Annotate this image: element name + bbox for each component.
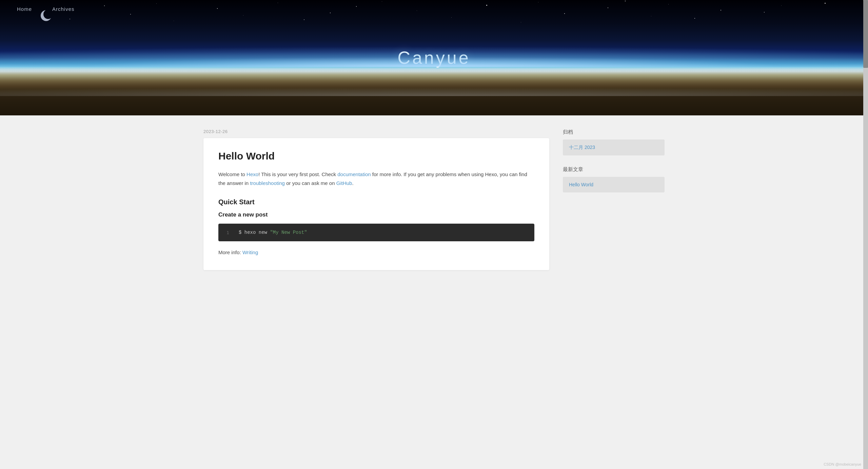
more-info: More info: Writing: [218, 249, 534, 255]
recent-heading: 最新文章: [563, 166, 665, 173]
post-body-intro: Welcome to Hexo! This is your very first…: [218, 170, 534, 187]
docs-link[interactable]: documentation: [337, 171, 371, 177]
code-line-num: 1: [226, 230, 232, 235]
sidebar: 归档 十二月 2023 最新文章 Hello World: [563, 129, 665, 270]
main-container: 2023-12-26 Hello World Welcome to Hexo! …: [183, 115, 685, 290]
quick-start-heading: Quick Start: [218, 198, 534, 206]
archives-section: 归档 十二月 2023: [563, 129, 665, 155]
main-nav: Home Archives: [17, 6, 75, 12]
post-title: Hello World: [218, 150, 534, 162]
archive-item-link[interactable]: 十二月 2023: [569, 145, 595, 150]
more-info-label: More info:: [218, 249, 242, 255]
scrollbar-thumb[interactable]: [863, 0, 868, 68]
nav-archives[interactable]: Archives: [52, 6, 75, 12]
create-post-heading: Create a new post: [218, 211, 534, 218]
scrollbar[interactable]: [863, 0, 868, 290]
site-header: Home Archives Canyue: [0, 0, 868, 115]
post-card: Hello World Welcome to Hexo! This is you…: [203, 138, 549, 270]
recent-item-link[interactable]: Hello World: [569, 182, 593, 187]
code-content: $ hexo new "My New Post": [239, 230, 307, 235]
github-link[interactable]: GitHub: [336, 180, 352, 186]
post-text-5: .: [352, 180, 353, 186]
content-area: 2023-12-26 Hello World Welcome to Hexo! …: [203, 129, 549, 270]
nav-home[interactable]: Home: [17, 6, 32, 12]
recent-item[interactable]: Hello World: [563, 177, 665, 192]
cloud-layer: [0, 67, 868, 96]
code-string: "My New Post": [270, 230, 307, 235]
recent-section: 最新文章 Hello World: [563, 166, 665, 192]
writing-link[interactable]: Writing: [242, 249, 258, 255]
archive-item[interactable]: 十二月 2023: [563, 139, 665, 155]
post-text-4: or you can ask me on: [285, 180, 336, 186]
code-cmd: $ hexo new: [239, 230, 270, 235]
troubleshoot-link[interactable]: troubleshooting: [250, 180, 285, 186]
post-text-2: ! This is your very first post. Check: [258, 171, 337, 177]
post-text-1: Welcome to: [218, 171, 246, 177]
earth-surface: [0, 67, 868, 115]
archives-heading: 归档: [563, 129, 665, 135]
post-date: 2023-12-26: [203, 129, 549, 134]
code-block: 1 $ hexo new "My New Post": [218, 224, 534, 241]
hexo-link[interactable]: Hexo: [246, 171, 258, 177]
horizon-glow: [0, 46, 868, 67]
